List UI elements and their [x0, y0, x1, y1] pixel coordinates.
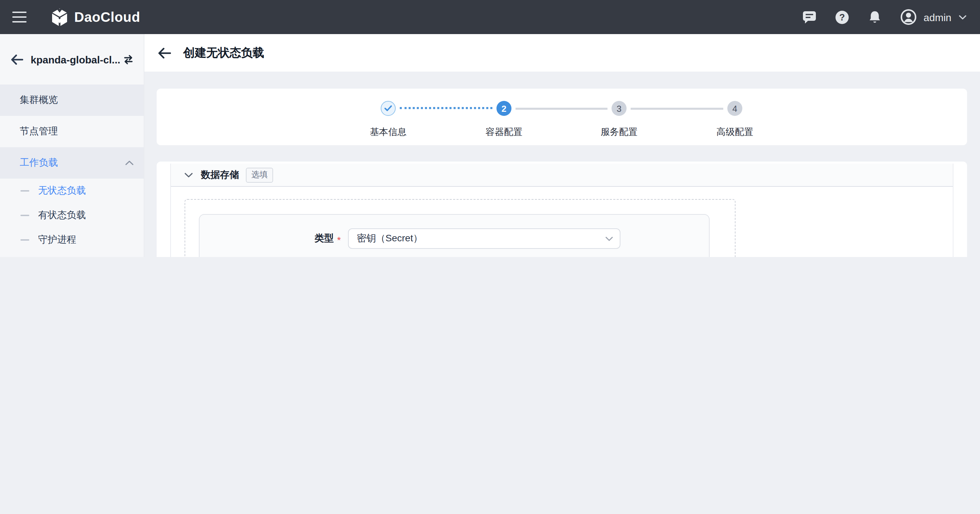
chevron-down-icon	[959, 14, 966, 19]
step-connector-dotted	[400, 107, 492, 109]
section-title: 数据存储	[201, 169, 239, 181]
required-asterisk: *	[337, 234, 342, 245]
step-3-circle: 3	[612, 101, 627, 116]
app-window: DaoCloud ?	[0, 0, 980, 257]
back-arrow-icon[interactable]	[158, 47, 171, 58]
dash-icon	[21, 190, 29, 192]
svg-text:?: ?	[839, 12, 845, 22]
step-4-circle: 4	[727, 101, 742, 116]
daocloud-cube-icon	[51, 8, 68, 26]
step-connector	[631, 108, 723, 110]
user-menu[interactable]: admin	[900, 9, 966, 25]
cluster-switcher: kpanda-global-cl...	[0, 34, 144, 85]
sidebar: kpanda-global-cl... 集群概览 节点管理 工作负载 无状态负载…	[0, 34, 145, 257]
sidebar-item-node-management[interactable]: 节点管理	[0, 116, 144, 147]
volume-entry-container: 类型 * 密钥（Secret） 密钥 *	[185, 199, 735, 257]
chevron-down-icon	[605, 236, 613, 241]
chevron-down-icon	[185, 172, 193, 177]
hamburger-menu-icon[interactable]	[12, 11, 27, 23]
sidebar-item-jobs[interactable]: 任务	[0, 252, 144, 257]
switch-cluster-icon[interactable]	[123, 54, 134, 64]
workloads-submenu: 无状态负载 有状态负载 守护进程 任务 定时任务 容器组 ReplicaSet	[0, 179, 144, 257]
sidebar-item-statefulsets[interactable]: 有状态负载	[0, 203, 144, 228]
page-header: 创建无状态负载	[144, 34, 980, 72]
help-icon[interactable]: ?	[835, 10, 849, 24]
dash-icon	[21, 239, 29, 241]
step-4-label: 高级配置	[694, 126, 776, 138]
cluster-name: kpanda-global-cl...	[31, 54, 123, 65]
sidebar-item-cluster-overview[interactable]: 集群概览	[0, 85, 144, 116]
type-label: 类型	[200, 233, 334, 245]
sidebar-item-workloads[interactable]: 工作负载	[0, 147, 144, 179]
topbar-actions: ? admin	[784, 9, 966, 25]
stepper: 2 3 4 基本信息 容器配置 服务配置 高级配置	[157, 89, 967, 145]
chevron-up-icon	[125, 160, 134, 166]
step-3-label: 服务配置	[578, 126, 660, 138]
volume-card: 类型 * 密钥（Secret） 密钥 *	[199, 214, 710, 257]
step-2-circle: 2	[496, 101, 511, 116]
username-label: admin	[923, 11, 951, 23]
notification-bell-icon[interactable]	[868, 10, 882, 24]
optional-badge: 选填	[246, 168, 273, 182]
sidebar-item-deployments[interactable]: 无状态负载	[0, 179, 144, 203]
sidebar-nav: 集群概览 节点管理 工作负载 无状态负载 有状态负载 守护进程 任务 定时任务 …	[0, 85, 144, 257]
check-icon	[384, 105, 392, 112]
step-1-label: 基本信息	[347, 126, 429, 138]
step-connector	[515, 108, 608, 110]
step-2-label: 容器配置	[463, 126, 545, 138]
avatar	[900, 9, 917, 25]
section-header[interactable]: 数据存储 选填	[171, 164, 953, 187]
step-1-circle	[381, 101, 396, 116]
type-select[interactable]: 密钥（Secret）	[348, 228, 620, 249]
message-icon[interactable]	[802, 10, 816, 24]
page-title: 创建无状态负载	[183, 45, 264, 61]
dash-icon	[21, 215, 29, 216]
brand-logo[interactable]: DaoCloud	[51, 8, 140, 26]
form-panel: 数据存储 选填 类型 * 密钥（Secret）	[157, 161, 967, 257]
type-row: 类型 * 密钥（Secret）	[200, 228, 620, 249]
sidebar-item-daemonsets[interactable]: 守护进程	[0, 228, 144, 252]
top-bar: DaoCloud ?	[0, 0, 980, 34]
brand-name: DaoCloud	[74, 9, 140, 25]
back-arrow-icon[interactable]	[11, 54, 23, 64]
